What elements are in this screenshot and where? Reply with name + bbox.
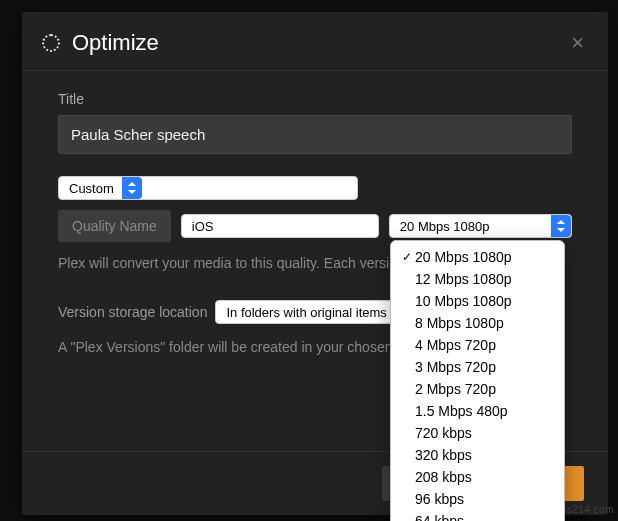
quality-option[interactable]: 12 Mbps 1080p [391,268,564,290]
quality-name-value: iOS [182,219,378,234]
quality-option-label: 10 Mbps 1080p [415,291,512,311]
quality-dropdown[interactable]: ✓20 Mbps 1080p12 Mbps 1080p10 Mbps 1080p… [390,240,565,521]
modal-title: Optimize [72,30,159,56]
quality-option-label: 64 kbps [415,511,464,521]
modal-header: Optimize × [22,12,608,71]
title-input[interactable] [58,115,572,154]
quality-option-label: 12 Mbps 1080p [415,269,512,289]
quality-option[interactable]: 96 kbps [391,488,564,510]
quality-option[interactable]: 8 Mbps 1080p [391,312,564,334]
quality-option[interactable]: 208 kbps [391,466,564,488]
quality-bitrate-value: 20 Mbps 1080p [390,219,551,234]
quality-option[interactable]: 64 kbps [391,510,564,521]
quality-option[interactable]: 10 Mbps 1080p [391,290,564,312]
close-icon[interactable]: × [571,32,584,54]
svg-marker-0 [128,182,136,186]
profile-select-value: Custom [59,181,122,196]
optimize-icon [42,34,60,52]
quality-bitrate-select[interactable]: 20 Mbps 1080p [389,214,572,238]
quality-option-label: 8 Mbps 1080p [415,313,504,333]
quality-option[interactable]: 1.5 Mbps 480p [391,400,564,422]
svg-marker-2 [557,220,565,224]
quality-name-label: Quality Name [58,210,171,242]
profile-select[interactable]: Custom [58,176,358,200]
quality-option[interactable]: ✓20 Mbps 1080p [391,246,564,268]
quality-option-label: 3 Mbps 720p [415,357,496,377]
svg-marker-3 [557,228,565,232]
svg-marker-1 [128,190,136,194]
check-icon: ✓ [399,247,415,267]
chevron-updown-icon [551,215,571,237]
quality-option-label: 208 kbps [415,467,472,487]
chevron-updown-icon [122,177,142,199]
quality-option-label: 2 Mbps 720p [415,379,496,399]
quality-option-label: 4 Mbps 720p [415,335,496,355]
quality-option-label: 96 kbps [415,489,464,509]
quality-name-input[interactable]: iOS [181,214,379,238]
quality-option[interactable]: 2 Mbps 720p [391,378,564,400]
quality-option[interactable]: 4 Mbps 720p [391,334,564,356]
quality-option-label: 1.5 Mbps 480p [415,401,508,421]
quality-option[interactable]: 720 kbps [391,422,564,444]
title-label: Title [58,91,572,107]
quality-option-label: 720 kbps [415,423,472,443]
storage-label: Version storage location [58,304,207,320]
storage-select-value: In folders with original items [216,305,394,320]
quality-option[interactable]: 320 kbps [391,444,564,466]
quality-option-label: 320 kbps [415,445,472,465]
quality-option[interactable]: 3 Mbps 720p [391,356,564,378]
storage-select[interactable]: In folders with original items [215,300,415,324]
quality-option-label: 20 Mbps 1080p [415,247,512,267]
